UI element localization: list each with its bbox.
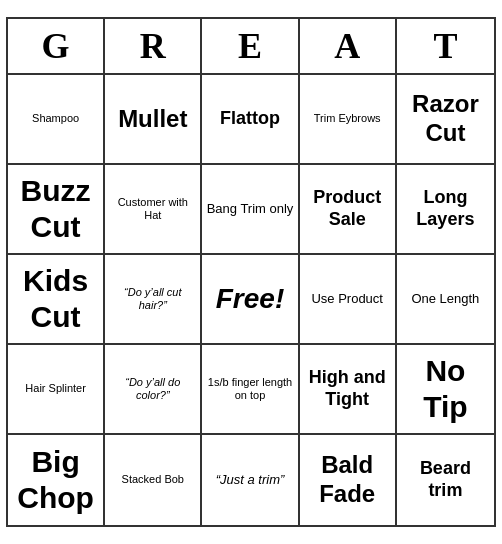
cell-22: “Just a trim” xyxy=(202,435,299,525)
cell-13: Use Product xyxy=(300,255,397,345)
header-letter-e: E xyxy=(202,19,299,73)
header-letter-t: T xyxy=(397,19,494,73)
bingo-header: GREAT xyxy=(8,19,494,75)
cell-19: No Tip xyxy=(397,345,494,435)
cell-11: “Do y’all cut hair?” xyxy=(105,255,202,345)
cell-3: Trim Eybrows xyxy=(300,75,397,165)
cell-4: Razor Cut xyxy=(397,75,494,165)
cell-6: Customer with Hat xyxy=(105,165,202,255)
cell-2: Flattop xyxy=(202,75,299,165)
cell-0: Shampoo xyxy=(8,75,105,165)
cell-14: One Length xyxy=(397,255,494,345)
cell-21: Stacked Bob xyxy=(105,435,202,525)
cell-7: Bang Trim only xyxy=(202,165,299,255)
cell-23: Bald Fade xyxy=(300,435,397,525)
bingo-card: GREAT ShampooMulletFlattopTrim EybrowsRa… xyxy=(6,17,496,527)
cell-10: Kids Cut xyxy=(8,255,105,345)
header-letter-g: G xyxy=(8,19,105,73)
header-letter-a: A xyxy=(300,19,397,73)
cell-24: Beard trim xyxy=(397,435,494,525)
bingo-grid: ShampooMulletFlattopTrim EybrowsRazor Cu… xyxy=(8,75,494,525)
cell-5: Buzz Cut xyxy=(8,165,105,255)
cell-15: Hair Splinter xyxy=(8,345,105,435)
cell-8: Product Sale xyxy=(300,165,397,255)
cell-17: 1s/b finger length on top xyxy=(202,345,299,435)
cell-12: Free! xyxy=(202,255,299,345)
cell-1: Mullet xyxy=(105,75,202,165)
cell-16: “Do y’all do color?” xyxy=(105,345,202,435)
cell-9: Long Layers xyxy=(397,165,494,255)
cell-18: High and Tight xyxy=(300,345,397,435)
cell-20: Big Chop xyxy=(8,435,105,525)
header-letter-r: R xyxy=(105,19,202,73)
